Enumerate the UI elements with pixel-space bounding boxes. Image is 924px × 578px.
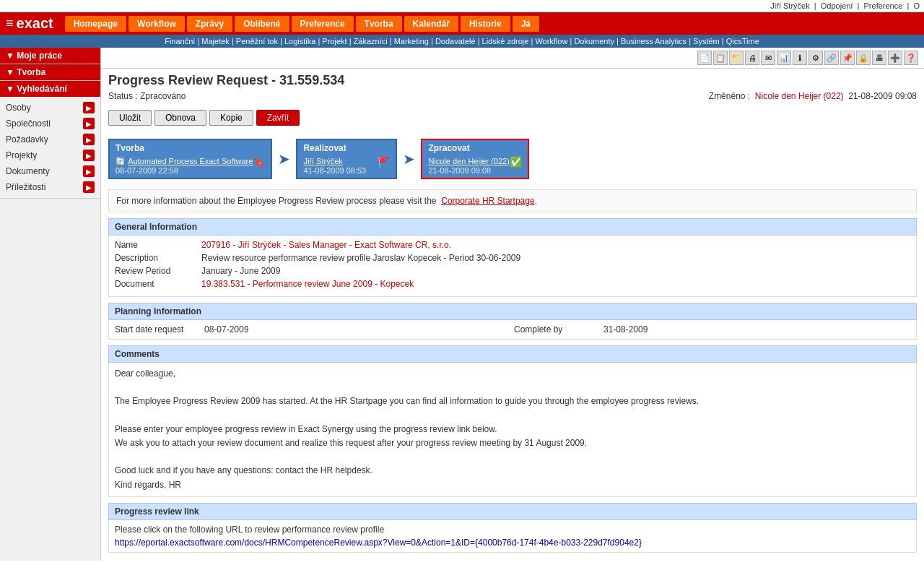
main-layout: ▼ Moje práce ▼ Tvorba ▼ Vyhledávání Osob… xyxy=(0,48,924,561)
sidebar-arrow-pozadavky[interactable]: ▶ xyxy=(83,134,95,145)
nav-tvorba[interactable]: Tvorba xyxy=(356,16,402,32)
about-link[interactable]: O xyxy=(913,1,920,10)
sec-nav-analytics[interactable]: Business Analytics xyxy=(621,37,687,46)
logo-bars: ≡ xyxy=(6,16,14,31)
toolbar-icon-11[interactable]: 🔒 xyxy=(856,51,871,65)
start-date-label: Start date request xyxy=(115,324,201,335)
status-value: Zpracováno xyxy=(140,91,186,101)
toolbar-icon-7[interactable]: ℹ xyxy=(793,51,807,65)
action-buttons: Uložit Obnova Kopie Zavřít xyxy=(101,107,924,129)
username: Jiří Strýček xyxy=(770,1,809,10)
toolbar-icon-4[interactable]: 🖨 xyxy=(745,51,759,65)
refresh-button[interactable]: Obnova xyxy=(154,110,206,126)
sidebar-item-prilezitosti[interactable]: Příležitosti ▶ xyxy=(6,179,95,195)
changed-text: Změněno : Nicole den Heijer (022) 21-08-… xyxy=(709,91,917,101)
review-link-header: Progress review link xyxy=(108,503,917,520)
sec-nav-penezni[interactable]: Peněžní tok xyxy=(236,37,278,46)
nav-historie[interactable]: Historie xyxy=(461,16,510,32)
review-url-link[interactable]: https://eportal.exactsoftware.com/docs/H… xyxy=(115,538,642,548)
sec-nav-majetek[interactable]: Majetek xyxy=(201,37,230,46)
sec-nav-zakaznici[interactable]: Zákazníci xyxy=(354,37,388,46)
toolbar-icon-2[interactable]: 📋 xyxy=(713,51,728,65)
sidebar-section-tvorba: ▼ Tvorba xyxy=(0,64,100,81)
sidebar-header-moje-prace[interactable]: ▼ Moje práce xyxy=(0,48,100,64)
sidebar-item-pozadavky[interactable]: Požadavky ▶ xyxy=(6,131,95,147)
sidebar-item-spolecnosti[interactable]: Společnosti ▶ xyxy=(6,116,95,131)
changed-by-link[interactable]: Nicole den Heijer (022) xyxy=(755,91,844,101)
toolbar-icon-1[interactable]: 📄 xyxy=(697,51,712,65)
sidebar-label-tvorba: ▼ Tvorba xyxy=(6,67,45,77)
toolbar-icon-6[interactable]: 📊 xyxy=(777,51,791,65)
toolbar-icon-3[interactable]: 📁 xyxy=(729,51,744,65)
logout-link[interactable]: Odpojení xyxy=(821,1,853,10)
sec-nav-financni[interactable]: Finanční xyxy=(165,37,195,46)
workflow-arrow-1: ➤ xyxy=(278,150,290,168)
sidebar-section-vyhledavani: ▼ Vyhledávání Osoby ▶ Společnosti ▶ Poža… xyxy=(0,81,100,199)
header: ≡ exact Homepage Workflow Zprávy Oblíben… xyxy=(0,12,924,35)
sec-nav-projekt[interactable]: Projekt xyxy=(322,37,346,46)
sidebar-header-vyhledavani[interactable]: ▼ Vyhledávání xyxy=(0,81,100,97)
user-bar: Jiří Strýček | Odpojení | Preference | O xyxy=(0,0,924,12)
nav-kalendar[interactable]: Kalendář xyxy=(404,16,458,32)
sec-nav-dodavatele[interactable]: Dodavatelé xyxy=(435,37,476,46)
nav-preference[interactable]: Preference xyxy=(292,16,354,32)
toolbar-icon-14[interactable]: ❓ xyxy=(904,51,918,65)
sidebar-arrow-prilezitosti[interactable]: ▶ xyxy=(83,181,95,193)
nav-oblibene[interactable]: Oblíbené xyxy=(235,16,289,32)
toolbar-row: 📄 📋 📁 🖨 ✉ 📊 ℹ ⚙ 🔗 📌 🔒 🖶 ➕ ❓ xyxy=(101,48,924,69)
sec-nav-marketing[interactable]: Marketing xyxy=(394,37,429,46)
step-content-tvorba: 🔄 Automated Process Exact Software 08-07… xyxy=(116,156,265,175)
workflow-step-tvorba: Tvorba 🔄 Automated Process Exact Softwar… xyxy=(108,139,272,179)
step-icon-realizovat: 🚩 xyxy=(378,156,390,168)
step-user-link-realizovat[interactable]: Jiří Strýček xyxy=(303,157,342,165)
sec-nav-system[interactable]: Systém xyxy=(693,37,720,46)
toolbar-icon-9[interactable]: 🔗 xyxy=(824,51,839,65)
step-info-zpracovat: Nicole den Heijer (022) 21-08-2009 09:08 xyxy=(428,156,510,175)
step-header-zpracovat: Zpracovat xyxy=(428,143,522,153)
toolbar-icon-10[interactable]: 📌 xyxy=(840,51,855,65)
nav-ja[interactable]: Já xyxy=(513,16,539,32)
complete-by-value: 31-08-2009 xyxy=(603,324,910,335)
toolbar-icon-13[interactable]: ➕ xyxy=(888,51,902,65)
close-button[interactable]: Zavřít xyxy=(256,110,300,126)
corporate-hr-link[interactable]: Corporate HR Startpage xyxy=(441,196,534,206)
nav-workflow[interactable]: Workflow xyxy=(128,16,185,32)
sec-nav-workflow[interactable]: Workflow xyxy=(535,37,567,46)
toolbar-icon-8[interactable]: ⚙ xyxy=(808,51,823,65)
start-date-value: 08-07-2009 xyxy=(204,324,511,335)
sec-nav-lidskezdroje[interactable]: Lidské zdroje xyxy=(482,37,529,46)
sec-nav-dokumenty[interactable]: Dokumenty xyxy=(574,37,614,46)
sidebar-label-vyhledavani: ▼ Vyhledávání xyxy=(6,84,67,94)
comments-body: Dear colleague, The Employee Progress Re… xyxy=(108,363,917,497)
toolbar-icon-12[interactable]: 🖶 xyxy=(872,51,886,65)
sidebar-item-osoby[interactable]: Osoby ▶ xyxy=(6,100,95,116)
step-header-realizovat: Realizovat xyxy=(303,143,390,153)
copy-button[interactable]: Kopie xyxy=(209,110,253,126)
review-link-description: Please click on the following URL to rev… xyxy=(115,525,910,535)
sidebar-item-dokumenty[interactable]: Dokumenty ▶ xyxy=(6,163,95,179)
field-row-description: Description Review resource performance … xyxy=(115,253,910,263)
sidebar-arrow-osoby[interactable]: ▶ xyxy=(83,102,95,113)
general-info-header: General Information xyxy=(108,218,917,236)
sidebar-item-projekty[interactable]: Projekty ▶ xyxy=(6,147,95,163)
toolbar-icon-5[interactable]: ✉ xyxy=(761,51,775,65)
step-user-link-tvorba[interactable]: Automated Process Exact Software xyxy=(128,157,253,165)
sidebar-label-moje-prace: ▼ Moje práce xyxy=(6,51,62,61)
sidebar-arrow-dokumenty[interactable]: ▶ xyxy=(83,165,95,177)
sec-nav-logistika[interactable]: Logistika xyxy=(284,37,315,46)
save-button[interactable]: Uložit xyxy=(108,110,152,126)
sec-nav-qicstime[interactable]: QicsTime xyxy=(726,37,759,46)
preference-link[interactable]: Preference xyxy=(864,1,903,10)
nav-zpravy[interactable]: Zprávy xyxy=(187,16,232,32)
name-link[interactable]: 207916 - Jiří Strýček - Sales Manager - … xyxy=(201,240,451,250)
sidebar-arrow-spolecnosti[interactable]: ▶ xyxy=(83,118,95,129)
step-user-tvorba: 🔄 Automated Process Exact Software xyxy=(116,156,253,166)
sidebar-item-label-osoby: Osoby xyxy=(6,103,31,113)
sidebar-arrow-projekty[interactable]: ▶ xyxy=(83,150,95,161)
sidebar-header-tvorba[interactable]: ▼ Tvorba xyxy=(0,64,100,80)
step-user-link-zpracovat[interactable]: Nicole den Heijer (022) xyxy=(428,157,510,165)
step-date-realizovat: 41-08-2009 08:53 xyxy=(303,166,366,175)
info-message: For more information about the Employee … xyxy=(116,196,437,206)
document-link[interactable]: 19.383.531 - Performance review June 200… xyxy=(201,279,414,289)
nav-homepage[interactable]: Homepage xyxy=(65,16,126,32)
